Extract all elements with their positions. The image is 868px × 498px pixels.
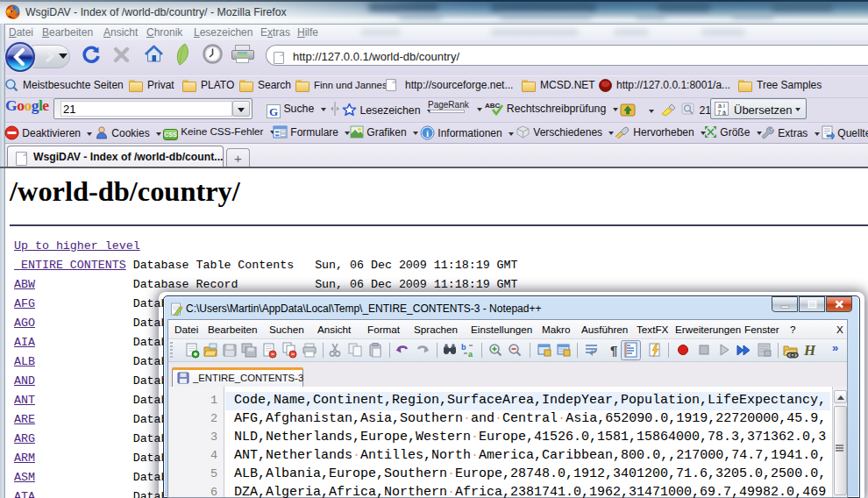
svg-text:i: i — [426, 128, 429, 139]
svg-text:b: b — [461, 343, 466, 352]
svg-text:a: a — [468, 350, 473, 359]
